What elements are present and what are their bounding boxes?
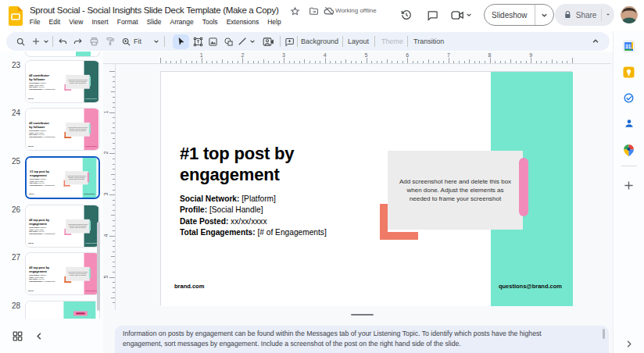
collapse-toolbar-button[interactable] [588, 34, 603, 48]
ruler-number: 1 [103, 110, 109, 113]
speaker-spotlight-button[interactable] [258, 33, 278, 50]
text-box-button[interactable] [191, 33, 205, 50]
ruler-tick [284, 58, 284, 63]
ruler-tick [443, 61, 444, 63]
zoom-icon[interactable] [118, 33, 134, 50]
new-slide-button[interactable] [30, 33, 42, 50]
ruler-tick [111, 133, 115, 134]
new-slide-dropdown[interactable] [42, 33, 50, 50]
zoom-select-caret[interactable] [152, 33, 161, 50]
redo-button[interactable] [70, 33, 86, 50]
share-dropdown[interactable] [601, 9, 614, 21]
keep-icon[interactable] [619, 62, 639, 82]
insert-image-button[interactable] [205, 33, 220, 50]
ruler-tick [176, 61, 177, 63]
ruler-tick [113, 138, 115, 139]
undo-button[interactable] [55, 33, 70, 50]
show-side-panel-button[interactable] [619, 333, 639, 353]
menu-file[interactable]: File [25, 16, 45, 27]
speaker-notes-text[interactable]: Information on posts by engagement can b… [123, 329, 562, 349]
ruler-tick [552, 59, 553, 63]
notes-resize-handle[interactable] [351, 314, 374, 316]
notes-scrollbar[interactable] [603, 329, 605, 339]
ruler-tick [289, 61, 290, 63]
insert-line-button[interactable] [236, 33, 249, 50]
menu-extensions[interactable]: Extensions [222, 16, 263, 27]
slides-logo-icon[interactable] [9, 6, 23, 26]
add-comment-button[interactable] [282, 33, 296, 50]
ruler-tick [397, 61, 398, 63]
print-button[interactable] [86, 33, 102, 50]
menu-insert[interactable]: Insert [88, 16, 113, 27]
filmstrip: 23Add screenshot here and delete this bo… [0, 52, 103, 353]
filmstrip-scrollbar[interactable] [97, 222, 100, 311]
toolbar-divider [374, 36, 375, 47]
ruler-tick [315, 61, 316, 63]
slide-body-text: Social Network: [Platform]Profile: [Soci… [29, 275, 55, 283]
get-addons-button[interactable] [619, 175, 639, 195]
comments-icon[interactable] [422, 5, 442, 25]
menu-tools[interactable]: Tools [198, 16, 222, 27]
ruler-tick [113, 200, 115, 201]
share-button[interactable]: Share [555, 4, 614, 26]
menu-format[interactable]: Format [113, 16, 142, 27]
menu-view[interactable]: View [65, 16, 88, 27]
paint-format-button[interactable] [102, 33, 118, 50]
contacts-icon[interactable] [619, 113, 639, 134]
calendar-icon[interactable]: 31 [619, 36, 639, 56]
slide-footer-right: questions@brand.com [85, 146, 96, 148]
ruler-tick [526, 61, 527, 63]
slideshow-dropdown[interactable] [535, 5, 553, 25]
search-icon[interactable] [11, 33, 30, 50]
slide-body-text: Social Network: [Platform]Profile: [Soci… [29, 83, 55, 91]
filmstrip-tools [0, 319, 103, 353]
thumbnail-slide-24[interactable]: Add screenshot here and delete this box … [25, 108, 100, 151]
thumbnail-slide-26[interactable]: Add screenshot here and delete this box … [25, 205, 100, 248]
version-history-icon[interactable] [396, 5, 417, 25]
menu-help[interactable]: Help [263, 16, 285, 27]
menu-edit[interactable]: Edit [45, 16, 65, 27]
toolbar: FitBackgroundLayoutThemeTransition [6, 32, 610, 51]
slide-title-text[interactable]: #1 top post by engagement [180, 143, 294, 186]
current-slide-editor[interactable]: Add screenshot here and delete this box … [160, 71, 572, 305]
ruler-tick [113, 87, 115, 87]
ruler-tick [113, 287, 115, 288]
thumbnail-slide-28[interactable] [25, 301, 100, 319]
thumbnail-slide-27[interactable]: Add screenshot here and delete this box … [25, 252, 100, 295]
ruler-tick [111, 215, 115, 216]
horizontal-ruler [103, 63, 611, 64]
header: Sprout Social - Social Insights Slide De… [0, 0, 644, 31]
move-folder-icon[interactable] [307, 5, 320, 16]
thumbnail-slide-23[interactable]: Add screenshot here and delete this box … [25, 60, 100, 103]
slide-body-text: Social Network: [Platform]Profile: [Soci… [30, 179, 55, 187]
background-button[interactable]: Background [301, 37, 338, 45]
speaker-notes-panel[interactable]: Information on posts by engagement can b… [115, 326, 609, 353]
ruler-tick [510, 59, 511, 63]
cloud-offline-icon[interactable] [323, 5, 335, 16]
screenshot-placeholder-box: Add screenshot here and delete this box … [66, 123, 90, 137]
insert-shape-button[interactable] [220, 33, 236, 50]
document-title[interactable]: Sprout Social - Social Insights Slide De… [30, 5, 278, 15]
slide-body-text[interactable]: Social Network: [Platform]Profile: [Soci… [180, 194, 327, 238]
thumbnail-slide-25[interactable]: Add screenshot here and delete this box … [25, 156, 100, 199]
collapse-filmstrip-button[interactable] [28, 325, 50, 347]
thumbnail-slide-22-partial[interactable] [25, 52, 100, 57]
layout-button[interactable]: Layout [348, 37, 369, 45]
join-call-button[interactable] [448, 5, 474, 25]
ruler-tick [109, 236, 115, 237]
select-tool-button[interactable] [173, 34, 189, 49]
grid-view-button[interactable] [6, 325, 28, 347]
zoom-select[interactable]: Fit [134, 37, 141, 45]
star-icon[interactable] [288, 5, 301, 16]
screenshot-placeholder-box[interactable]: Add screenshot here and delete this box … [388, 151, 523, 230]
menu-arrange[interactable]: Arrange [166, 16, 198, 27]
ruler-tick [392, 61, 392, 63]
menu-slide[interactable]: Slide [142, 16, 166, 27]
account-avatar[interactable] [621, 6, 638, 23]
ruler-tick [113, 220, 115, 221]
insert-line-dropdown[interactable] [249, 33, 256, 50]
maps-icon[interactable] [619, 140, 639, 160]
slideshow-button[interactable]: Slideshow [484, 4, 554, 26]
tasks-icon[interactable] [619, 87, 639, 108]
transition-button[interactable]: Transition [413, 37, 444, 45]
